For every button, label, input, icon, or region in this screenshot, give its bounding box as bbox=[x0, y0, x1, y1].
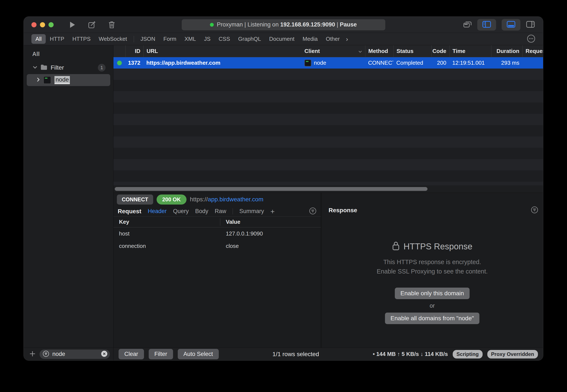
scripting-badge[interactable]: Scripting bbox=[453, 350, 483, 359]
node-rename-field[interactable]: node bbox=[55, 76, 70, 84]
sidebar-item-filter[interactable]: Filter 1 bbox=[33, 64, 105, 71]
add-tab-plus-icon[interactable]: + bbox=[270, 208, 275, 215]
tabs-overflow-chevron-icon[interactable]: › bbox=[344, 35, 350, 43]
tab-websocket[interactable]: WebSocket bbox=[95, 34, 131, 44]
trash-icon[interactable] bbox=[108, 21, 116, 29]
window-stack-icon[interactable] bbox=[463, 20, 472, 29]
column-header-duration[interactable]: Duration bbox=[491, 45, 522, 57]
tab-body[interactable]: Body bbox=[195, 208, 208, 215]
listening-status-dot bbox=[210, 23, 214, 27]
request-url[interactable]: https://app.birdweather.com bbox=[190, 196, 263, 203]
response-menu-icon[interactable] bbox=[531, 206, 538, 215]
client-sort-chevron-icon bbox=[358, 48, 362, 55]
request-pane: CONNECT 200 OK https://app.birdweather.c… bbox=[114, 193, 321, 348]
tab-other[interactable]: Other bbox=[322, 34, 344, 44]
tab-media[interactable]: Media bbox=[298, 34, 322, 44]
tab-http[interactable]: HTTP bbox=[46, 34, 68, 44]
toggle-bottom-panel-button[interactable] bbox=[502, 19, 521, 30]
folder-icon bbox=[40, 64, 48, 71]
encrypted-line2: Enable SSL Proxying to see the content. bbox=[377, 267, 488, 276]
or-label: or bbox=[430, 303, 435, 309]
column-header-time[interactable]: Time bbox=[449, 45, 491, 57]
kv-table-header: Key Value bbox=[114, 217, 321, 227]
tab-all[interactable]: All bbox=[31, 34, 46, 44]
clear-search-icon[interactable] bbox=[101, 350, 108, 358]
kv-value: 127.0.0.1:9090 bbox=[220, 230, 263, 237]
horizontal-scrollbar-thumb[interactable] bbox=[115, 187, 427, 191]
minimize-window-button[interactable] bbox=[40, 22, 45, 27]
column-header-request[interactable]: Reques bbox=[522, 45, 543, 57]
tab-json[interactable]: JSON bbox=[136, 34, 159, 44]
right-panel-icon[interactable] bbox=[526, 21, 535, 29]
toggle-sidebar-button[interactable] bbox=[477, 19, 496, 30]
search-input[interactable]: node bbox=[40, 350, 110, 359]
request-url-host[interactable]: app.birdweather.com bbox=[208, 196, 263, 203]
column-header-id[interactable]: ID bbox=[125, 45, 143, 57]
terminal-app-icon bbox=[43, 76, 51, 84]
tab-js[interactable]: JS bbox=[200, 34, 215, 44]
proxy-overridden-badge[interactable]: Proxy Overridden bbox=[487, 350, 538, 359]
close-window-button[interactable] bbox=[31, 22, 37, 27]
kv-key: host bbox=[114, 230, 220, 237]
row-duration: 293 ms bbox=[491, 57, 522, 69]
compose-icon[interactable] bbox=[88, 21, 96, 29]
status-address-bar[interactable]: Proxyman | Listening on 192.168.69.125:9… bbox=[182, 19, 385, 30]
enable-all-domains-button[interactable]: Enable all domains from "node" bbox=[385, 313, 480, 324]
traffic-table: ID URL Client Method Status Code Time Du… bbox=[114, 45, 543, 193]
sidebar-item-node[interactable]: node bbox=[27, 74, 110, 86]
encrypted-response-placeholder: HTTPS Response This HTTPS response is en… bbox=[321, 215, 543, 348]
response-pane-title: Response bbox=[329, 207, 357, 214]
add-filter-plus-icon[interactable] bbox=[29, 350, 36, 358]
kv-key-header[interactable]: Key bbox=[114, 218, 220, 226]
tab-https[interactable]: HTTPS bbox=[68, 34, 95, 44]
tab-summary[interactable]: Summary bbox=[239, 208, 264, 215]
request-pane-title: Request bbox=[118, 208, 141, 215]
tab-divider bbox=[134, 36, 134, 42]
resume-play-icon[interactable] bbox=[69, 21, 76, 29]
tab-document[interactable]: Document bbox=[265, 34, 299, 44]
zoom-window-button[interactable] bbox=[48, 22, 54, 27]
https-response-heading: HTTPS Response bbox=[404, 242, 472, 251]
filter-lines-icon bbox=[43, 350, 49, 358]
listening-host: 192.168.69.125:9090 bbox=[280, 21, 335, 28]
titlebar: Proxyman | Listening on 192.168.69.125:9… bbox=[24, 17, 543, 33]
row-method: CONNECT bbox=[365, 57, 393, 69]
more-options-icon[interactable] bbox=[527, 34, 535, 44]
kv-value-header[interactable]: Value bbox=[220, 219, 240, 225]
search-value[interactable]: node bbox=[52, 351, 98, 357]
tab-xml[interactable]: XML bbox=[181, 34, 200, 44]
enable-only-domain-button[interactable]: Enable only this domain bbox=[395, 288, 469, 299]
main-statusbar: Clear Filter Auto Select 1/1 rows select… bbox=[114, 348, 543, 360]
tab-graphql[interactable]: GraphQL bbox=[234, 34, 265, 44]
kv-row-host[interactable]: host 127.0.0.1:9090 bbox=[114, 227, 321, 240]
clear-button[interactable]: Clear bbox=[118, 349, 144, 359]
tab-css[interactable]: CSS bbox=[215, 34, 234, 44]
request-menu-icon[interactable] bbox=[309, 207, 317, 216]
listening-status-text: Proxyman | Listening on 192.168.69.125:9… bbox=[217, 21, 357, 28]
column-header-code[interactable]: Code bbox=[431, 45, 449, 57]
filter-button[interactable]: Filter bbox=[149, 349, 173, 359]
auto-select-button[interactable]: Auto Select bbox=[178, 349, 219, 359]
request-status-dot bbox=[117, 61, 122, 65]
column-header-url[interactable]: URL bbox=[143, 45, 302, 57]
bottom-panel-icon bbox=[507, 21, 516, 29]
kv-row-connection[interactable]: connection close bbox=[114, 240, 321, 252]
request-summary-row: CONNECT 200 OK https://app.birdweather.c… bbox=[114, 193, 321, 206]
row-url: https://app.birdweather.com bbox=[143, 57, 302, 69]
chevron-down-icon[interactable] bbox=[33, 66, 37, 70]
chevron-right-icon[interactable] bbox=[37, 77, 40, 83]
tab-raw[interactable]: Raw bbox=[215, 208, 226, 215]
traffic-lights bbox=[31, 22, 54, 27]
column-header-status[interactable]: Status bbox=[393, 45, 431, 57]
tab-query[interactable]: Query bbox=[173, 208, 189, 215]
tab-form[interactable]: Form bbox=[159, 34, 181, 44]
response-pane: Response bbox=[321, 193, 543, 348]
tab-header[interactable]: Header bbox=[148, 208, 167, 215]
column-header-client[interactable]: Client bbox=[302, 45, 365, 57]
pause-label: Pause bbox=[340, 21, 357, 28]
column-header-method[interactable]: Method bbox=[365, 45, 393, 57]
sidebar: All Filter 1 node bbox=[24, 45, 114, 360]
row-time: 12:19:51.001 bbox=[449, 57, 491, 69]
sidebar-statusbar: node bbox=[24, 348, 113, 360]
table-row[interactable]: 1372 https://app.birdweather.com node CO… bbox=[114, 57, 543, 69]
